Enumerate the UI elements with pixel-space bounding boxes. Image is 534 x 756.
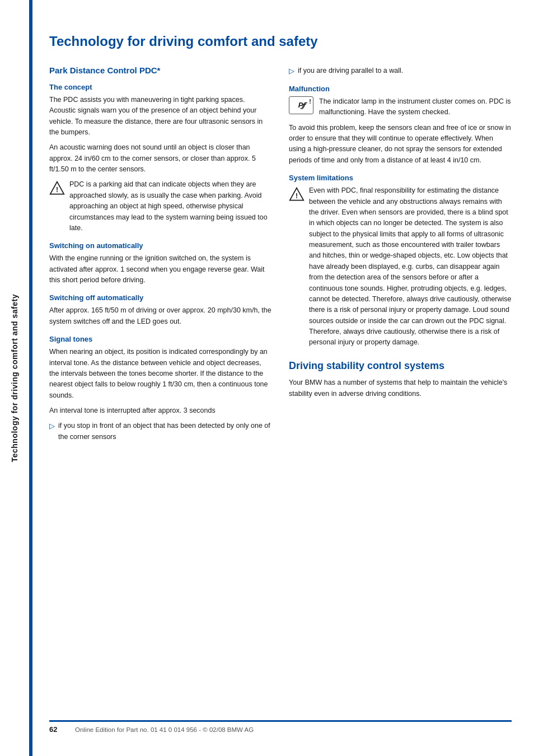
pdc-warning-block: ! PDC is a parking aid that can indicate… — [49, 179, 272, 234]
switching-off-p: After approx. 165 ft/50 m of driving or … — [49, 305, 272, 327]
pdc-warning-text: PDC is a parking aid that can indicate o… — [69, 179, 272, 234]
bullet-arrow-1: ▷ — [49, 421, 55, 442]
signal-tones-p1: When nearing an object, its position is … — [49, 347, 272, 401]
park-distance-heading: Park Distance Control PDC* — [49, 66, 272, 75]
bullet-item-2: ▷ if you are driving parallel to a wall. — [289, 66, 512, 77]
bullet-item-1: ▷ if you stop in front of an object that… — [49, 421, 272, 442]
pdc-malfunction-icon: P𝑓𝑓 ! — [289, 96, 313, 114]
driving-stability-section: Driving stability control systems Your B… — [289, 360, 512, 399]
malfunction-p: To avoid this problem, keep the sensors … — [289, 123, 512, 166]
footer-text: Online Edition for Part no. 01 41 0 014 … — [75, 726, 254, 733]
exclaim-icon: ! — [309, 98, 311, 105]
sidebar: Technology for driving comfort and safet… — [0, 0, 29, 756]
pdc-symbol: P𝑓𝑓 — [298, 101, 305, 110]
footer: 62 Online Edition for Part no. 01 41 0 0… — [49, 720, 512, 734]
signal-tones-p2: An interval tone is interrupted after ap… — [49, 405, 272, 416]
switching-off-heading: Switching off automatically — [49, 293, 272, 302]
page-number: 62 — [49, 725, 66, 734]
concept-p2: An acoustic warning does not sound until… — [49, 142, 272, 175]
malfunction-heading: Malfunction — [289, 85, 512, 93]
system-limitations-heading: System limitations — [289, 174, 512, 182]
switching-on-p: With the engine running or the ignition … — [49, 253, 272, 286]
left-column: Park Distance Control PDC* The concept T… — [49, 66, 272, 703]
svg-text:!: ! — [56, 186, 58, 194]
right-column: ▷ if you are driving parallel to a wall.… — [289, 66, 512, 703]
malfunction-row: P𝑓𝑓 ! The indicator lamp in the instrume… — [289, 96, 512, 118]
bullet-text-1: if you stop in front of an object that h… — [58, 421, 272, 442]
warning-triangle-icon-2: ! — [289, 186, 305, 204]
system-limitations-warning-text: Even with PDC, final responsibility for … — [309, 185, 512, 348]
bullet-arrow-2: ▷ — [289, 66, 294, 77]
concept-heading: The concept — [49, 83, 272, 91]
bullet-text-2: if you are driving parallel to a wall. — [298, 66, 403, 77]
main-content: Technology for driving comfort and safet… — [32, 0, 534, 756]
page-title: Technology for driving comfort and safet… — [49, 34, 512, 50]
svg-text:!: ! — [296, 192, 298, 200]
concept-p1: The PDC assists you with maneuvering in … — [49, 95, 272, 138]
driving-stability-p: Your BMW has a number of systems that he… — [289, 377, 512, 399]
warning-triangle-icon: ! — [49, 180, 65, 198]
sidebar-label: Technology for driving comfort and safet… — [10, 294, 19, 462]
switching-on-heading: Switching on automatically — [49, 241, 272, 250]
signal-tones-heading: Signal tones — [49, 335, 272, 343]
malfunction-icon-desc: The indicator lamp in the instrument clu… — [319, 96, 512, 118]
system-limitations-warning-block: ! Even with PDC, final responsibility fo… — [289, 185, 512, 348]
driving-stability-heading: Driving stability control systems — [289, 360, 512, 372]
